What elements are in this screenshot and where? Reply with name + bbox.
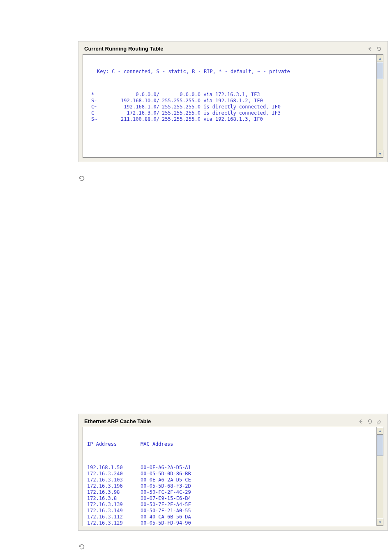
- routing-key-line: Key: C - connected, S - static, R - RIP,…: [87, 69, 372, 74]
- arp-text-area: IP Address MAC Address 192.168.1.5000-0E…: [83, 427, 376, 526]
- arp-mac: 00-05-5D-FD-94-90: [141, 520, 372, 526]
- route-flag: C: [87, 110, 108, 116]
- arp-refresh-block: [78, 543, 392, 552]
- scroll-track[interactable]: [377, 62, 383, 150]
- routing-row: S-192.168.10.0/255.255.255.0 via 192.168…: [87, 98, 372, 104]
- refresh-icon[interactable]: [367, 419, 373, 424]
- arp-row: 172.16.3.24000-05-5D-0D-86-BB: [87, 471, 372, 477]
- arp-ip: 172.16.3.196: [87, 483, 141, 489]
- arp-ip: 172.16.3.129: [87, 520, 141, 526]
- arp-mac: 00-05-5D-0D-86-BB: [141, 471, 372, 477]
- arp-row: 172.16.3.19600-05-5D-68-F3-2D: [87, 483, 372, 489]
- scroll-thumb[interactable]: [377, 62, 383, 79]
- routing-row: S~211.100.88.0/255.255.255.0 via 192.168…: [87, 116, 372, 122]
- arp-panel-header: Ethernet ARP Cache Table: [78, 414, 387, 427]
- route-info: 255.255.255.0 is directly connected, IF3: [162, 110, 372, 116]
- route-flag: *: [87, 92, 108, 98]
- arp-row: 172.16.3.9800-50-FC-2F-4C-29: [87, 489, 372, 495]
- arp-ip: 172.16.3.149: [87, 508, 141, 514]
- arp-panel-title: Ethernet ARP Cache Table: [84, 418, 151, 424]
- routing-content: Key: C - connected, S - static, R - RIP,…: [83, 54, 383, 158]
- scroll-up-arrow[interactable]: ▲: [377, 55, 383, 62]
- route-info: 255.255.255.0 via 192.168.1.3, IF0: [162, 116, 372, 122]
- route-flag: S-: [87, 98, 108, 104]
- arp-row: 172.16.3.12900-05-5D-FD-94-90: [87, 520, 372, 526]
- arp-ip: 172.16.3.240: [87, 471, 141, 477]
- scroll-thumb[interactable]: [377, 435, 383, 456]
- arp-ip: 172.16.3.98: [87, 489, 141, 495]
- arp-mac: 00-07-E9-15-E6-B4: [141, 495, 372, 502]
- routing-panel-title: Current Running Routing Table: [84, 46, 164, 52]
- route-info: 255.255.255.0 via 192.168.1.2, IF0: [162, 98, 372, 104]
- scroll-up-arrow[interactable]: ▲: [377, 427, 383, 435]
- arp-ip: 172.16.3.112: [87, 514, 141, 520]
- arp-content: IP Address MAC Address 192.168.1.5000-0E…: [83, 427, 383, 526]
- arp-row: 172.16.3.800-07-E9-15-E6-B4: [87, 495, 372, 502]
- back-icon[interactable]: [358, 419, 364, 424]
- arp-mac: 00-40-CA-6B-56-DA: [141, 514, 372, 520]
- arp-panel-toolbar: [358, 419, 382, 424]
- routing-panel-header: Current Running Routing Table: [78, 41, 387, 54]
- arp-ip: 172.16.3.8: [87, 495, 141, 502]
- arp-row: 192.168.1.5000-0E-A6-2A-D5-A1: [87, 465, 372, 471]
- routing-row: C~192.168.1.0/255.255.255.0 is directly …: [87, 104, 372, 110]
- refresh-icon[interactable]: [78, 543, 85, 550]
- route-destination: 192.168.10.0/: [108, 98, 162, 104]
- arp-content-wrapper: IP Address MAC Address 192.168.1.5000-0E…: [78, 427, 387, 530]
- scroll-down-arrow[interactable]: ▼: [377, 150, 383, 157]
- route-info: 255.255.255.0 is directly connected, IF0: [162, 104, 372, 110]
- arp-cache-panel: Ethernet ARP Cache Table IP Address MAC …: [78, 414, 388, 531]
- refresh-icon[interactable]: [376, 46, 382, 52]
- arp-ip: 172.16.3.103: [87, 477, 141, 483]
- arp-mac: 00-50-7F-21-A0-55: [141, 508, 372, 514]
- route-flag: S~: [87, 116, 108, 122]
- routing-row: *0.0.0.0/ 0.0.0.0 via 172.16.3.1, IF3: [87, 92, 372, 98]
- scroll-down-arrow[interactable]: ▼: [377, 518, 383, 526]
- arp-mac: 00-0E-A6-2A-D5-A1: [141, 465, 372, 471]
- routing-content-wrapper: Key: C - connected, S - static, R - RIP,…: [78, 54, 387, 162]
- routing-table-panel: Current Running Routing Table Key: C - c…: [78, 41, 388, 162]
- route-info: 0.0.0.0 via 172.16.3.1, IF3: [162, 92, 372, 98]
- arp-ip: 192.168.1.50: [87, 465, 141, 471]
- arp-row: 172.16.3.10300-0E-A6-2A-D5-CE: [87, 477, 372, 483]
- routing-refresh-block: [78, 175, 392, 184]
- routing-scrollbar[interactable]: ▲ ▼: [376, 55, 383, 157]
- arp-row: 172.16.3.11200-40-CA-6B-56-DA: [87, 514, 372, 520]
- route-destination: 192.168.1.0/: [108, 104, 162, 110]
- eraser-icon[interactable]: [376, 419, 382, 424]
- arp-header-row: IP Address MAC Address: [87, 441, 372, 447]
- arp-header-ip: IP Address: [87, 441, 141, 447]
- arp-mac: 00-0E-A6-2A-D5-CE: [141, 477, 372, 483]
- routing-panel-toolbar: [367, 46, 382, 52]
- route-destination: 172.16.3.0/: [108, 110, 162, 116]
- route-flag: C~: [87, 104, 108, 110]
- routing-text-area: Key: C - connected, S - static, R - RIP,…: [83, 55, 376, 157]
- refresh-icon[interactable]: [78, 175, 85, 182]
- arp-scrollbar[interactable]: ▲ ▼: [376, 427, 383, 526]
- route-destination: 0.0.0.0/: [108, 92, 162, 98]
- arp-mac: 00-50-7F-2E-A4-5F: [141, 502, 372, 508]
- route-destination: 211.100.88.0/: [108, 116, 162, 122]
- arp-header-mac: MAC Address: [141, 441, 372, 447]
- arp-ip: 172.16.3.139: [87, 502, 141, 508]
- arp-mac: 00-05-5D-68-F3-2D: [141, 483, 372, 489]
- back-icon[interactable]: [367, 46, 373, 52]
- arp-row: 172.16.3.14900-50-7F-21-A0-55: [87, 508, 372, 514]
- arp-row: 172.16.3.13900-50-7F-2E-A4-5F: [87, 502, 372, 508]
- arp-mac: 00-50-FC-2F-4C-29: [141, 489, 372, 495]
- scroll-track[interactable]: [377, 435, 383, 518]
- routing-row: C172.16.3.0/255.255.255.0 is directly co…: [87, 110, 372, 116]
